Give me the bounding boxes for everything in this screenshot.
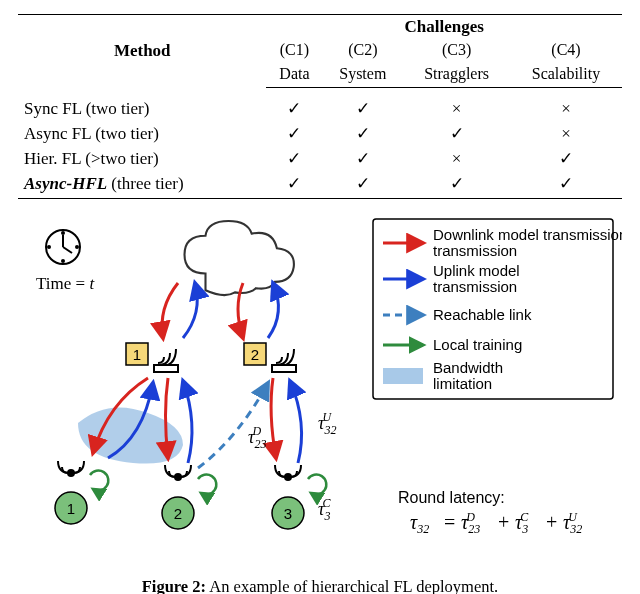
svg-text:=: = [444,511,455,533]
svg-point-16 [174,473,182,481]
svg-point-4 [47,245,51,249]
method-cell: Sync FL (two tier) [18,96,266,121]
legend-bw-icon [383,368,423,384]
mark-cell: ✓ [403,121,510,146]
round-latency-title: Round latency: [398,489,505,506]
svg-text:1: 1 [133,346,141,363]
svg-point-19 [284,473,292,481]
mark-cell: × [403,96,510,121]
figure-caption: Figure 2: An example of hierarchical FL … [18,577,622,594]
tau-d-label: τ23D [248,424,266,451]
mark-cell: ✓ [322,121,403,146]
mark-cell: ✓ [266,121,322,146]
mark-cell: ✓ [266,171,322,199]
uplink-arrow [268,283,278,338]
col-name: Scalability [510,63,622,88]
col-code: (C2) [322,39,403,63]
method-cell: Async FL (two tier) [18,121,266,146]
local-loop [90,471,108,491]
col-name: Stragglers [403,63,510,88]
svg-text:τ3C: τ3C [515,510,529,536]
svg-text:+: + [546,511,557,533]
uplink-arrow [183,283,197,338]
table-row: Async FL (two tier)✓✓✓× [18,121,622,146]
mark-cell: ✓ [322,96,403,121]
svg-point-3 [61,259,65,263]
method-cell: Async-HFL (three tier) [18,171,266,199]
svg-point-13 [67,469,75,477]
local-loop [308,475,326,495]
mark-cell: ✓ [266,96,322,121]
mark-cell: × [510,96,622,121]
table-row: Async-HFL (three tier)✓✓✓✓ [18,171,622,199]
downlink-arrow [271,378,276,458]
tau-u-label: τ32U [318,410,336,437]
device-3: 3 [272,465,304,529]
caption-label: Figure 2: [142,577,206,594]
svg-rect-9 [154,365,178,372]
device-1: 1 [55,461,87,524]
svg-text:τ3C: τ3C [318,496,331,523]
table-row: Sync FL (two tier)✓✓×× [18,96,622,121]
col-name: Data [266,63,322,88]
svg-text:3: 3 [284,505,292,522]
legend-item-label: Reachable link [433,306,532,323]
uplink-arrow [290,381,302,463]
col-code: (C1) [266,39,322,63]
caption-text: An example of hierarchical FL deployment… [206,577,498,594]
device-2: 2 [162,465,194,529]
table-head-challenges: Challenges [266,15,622,40]
legend-item-label: Uplink model [433,262,520,279]
svg-text:τ32: τ32 [410,511,429,536]
col-code: (C4) [510,39,622,63]
col-name: System [322,63,403,88]
legend-item-label: Bandwidth [433,359,503,376]
clock-icon [46,230,80,264]
legend-item-label-2: limitation [433,375,492,392]
legend-item-label-2: transmission [433,242,517,259]
mark-cell: ✓ [322,171,403,199]
gateway-1: 1 [126,343,178,372]
downlink-arrow [162,283,178,338]
uplink-arrow [183,381,192,463]
mark-cell: ✓ [510,171,622,199]
mark-cell: ✓ [403,171,510,199]
mark-cell: × [403,146,510,171]
table-row: Hier. FL (>two tier)✓✓×✓ [18,146,622,171]
svg-text:τ23D: τ23D [461,510,480,536]
mark-cell: ✓ [322,146,403,171]
diagram-figure: Downlink model transmission transmission… [18,213,622,594]
comparison-table: Method Challenges (C1) (C2) (C3) (C4) Da… [18,14,622,199]
time-label: Time = t [36,274,95,293]
method-cell: Hier. FL (>two tier) [18,146,266,171]
svg-text:τ32U: τ32U [318,410,336,437]
svg-text:+: + [498,511,509,533]
svg-text:2: 2 [174,505,182,522]
svg-point-1 [61,231,65,235]
col-code: (C3) [403,39,510,63]
mark-cell: ✓ [266,146,322,171]
svg-text:2: 2 [251,346,259,363]
svg-text:τ23D: τ23D [248,424,266,451]
mark-cell: ✓ [510,146,622,171]
svg-text:1: 1 [67,500,75,517]
svg-point-2 [75,245,79,249]
legend-item-label-2: transmission [433,278,517,295]
local-loop [198,475,216,495]
legend-item-label: Downlink model transmission [433,226,622,243]
diagram-svg: Downlink model transmission transmission… [18,213,622,573]
table-head-method: Method [18,15,266,88]
tau-c-label: τ3C [318,496,331,523]
cloud-icon [185,221,294,295]
round-latency-eq: τ32 = τ23D + τ3C + τ32U [410,510,582,536]
svg-text:τ32U: τ32U [563,510,582,536]
mark-cell: × [510,121,622,146]
svg-rect-12 [272,365,296,372]
legend-item-label: Local training [433,336,522,353]
gateway-2: 2 [244,343,296,372]
downlink-arrow [166,378,169,458]
